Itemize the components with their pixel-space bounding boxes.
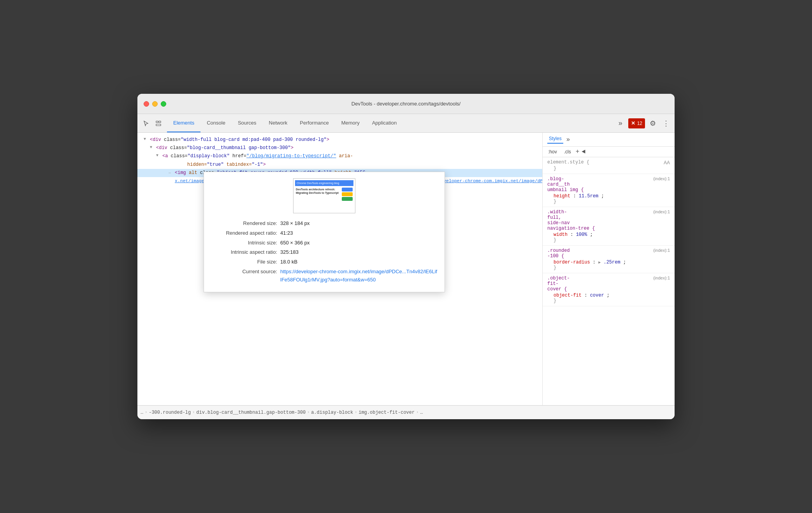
rendered-size-label: Rendered size: [210, 220, 280, 228]
svg-rect-1 [159, 121, 161, 123]
file-size-value: 18.0 kB [280, 258, 297, 266]
breadcrumb-ellipsis[interactable]: … [141, 410, 143, 415]
devtools-body: ▼ <div class="width-full blog-card md:pa… [137, 133, 675, 405]
html-panel[interactable]: ▼ <div class="width-full blog-card md:pa… [137, 133, 542, 405]
width-prop: width : 100% ; [547, 232, 670, 237]
file-size-row: File size: 18.0 kB [210, 258, 438, 266]
closing-brace-2: } [547, 199, 670, 204]
toggle-icon[interactable]: ◄ [582, 148, 585, 155]
breadcrumb-item-2[interactable]: div.blog-card__thumbnail.gap-bottom-300 [196, 410, 306, 415]
image-preview: Chrome DevTools engineering blog DevTool… [210, 178, 438, 213]
breadcrumb-ellipsis-end[interactable]: … [420, 410, 423, 415]
maximize-button[interactable] [161, 101, 166, 107]
intrinsic-aspect-row: Intrinsic aspect ratio: 325:183 [210, 248, 438, 256]
styles-more-icon[interactable]: » [566, 136, 570, 143]
rendered-size-value: 328 × 184 px [280, 220, 310, 228]
ellipsis-icon[interactable]: … [169, 169, 171, 176]
source-index-1[interactable]: (index):1 [653, 176, 670, 193]
rendered-size-row: Rendered size: 328 × 184 px [210, 220, 438, 228]
source-index-4[interactable]: (index):1 [653, 276, 670, 293]
minimize-button[interactable] [152, 101, 158, 107]
html-line: ▼ <div class="blog-card__thumbnail gap-b… [137, 144, 542, 152]
current-source-link[interactable]: https://developer-chrome-com.imgix.net/i… [280, 268, 438, 284]
settings-icon[interactable]: ⚙ [647, 118, 658, 129]
rendered-aspect-row: Rendered aspect ratio: 41:23 [210, 229, 438, 237]
html-line: ▼ <a class="display-block" href="/blog/m… [137, 152, 542, 160]
tab-left-icons [137, 114, 167, 132]
image-tooltip: Chrome DevTools engineering blog DevTool… [204, 172, 445, 292]
closing-brace-5: } [547, 298, 670, 304]
tab-memory[interactable]: Memory [335, 114, 366, 132]
current-source-label: Current source: [210, 268, 280, 276]
file-size-label: File size: [210, 258, 280, 266]
error-count: 12 [637, 121, 642, 126]
tab-styles[interactable]: Styles [547, 136, 563, 144]
image-preview-box: Chrome DevTools engineering blog DevTool… [293, 178, 355, 213]
hover-pseudo-button[interactable]: :hov [546, 148, 559, 155]
selector-blog-thumbnail: .blog- card__th umbnail img { [547, 176, 584, 193]
traffic-lights [144, 101, 166, 107]
source-index-3[interactable]: (index):1 [653, 248, 670, 260]
tab-list: Elements Console Sources Network Perform… [167, 114, 612, 132]
error-badge[interactable]: ✕ 12 [628, 118, 645, 128]
selector-rounded: .rounded -100 { [547, 248, 570, 259]
style-rule-width-full: .width- full, side-nav navigation-tree {… [543, 207, 675, 246]
tab-console[interactable]: Console [200, 114, 232, 132]
selector-width-full: .width- full, side-nav navigation-tree { [547, 209, 595, 231]
selector-element-style: element.style { [547, 160, 589, 165]
styles-toolbar: :hov .cls + ◄ [543, 147, 675, 157]
style-rule-object-fit: .object- fit- cover { (index):1 object-f… [543, 273, 675, 306]
closing-brace-3: } [547, 237, 670, 243]
expand-value-arrow[interactable]: ▶ [598, 260, 601, 265]
cls-button[interactable]: .cls [562, 148, 573, 155]
breadcrumb-bar: … › -300.rounded-lg › div.blog-card__thu… [137, 405, 675, 419]
devtools-tabs-bar: Elements Console Sources Network Perform… [137, 114, 675, 133]
tab-sources[interactable]: Sources [232, 114, 263, 132]
source-index-2[interactable]: (index):1 [653, 209, 670, 232]
aa-icon[interactable]: AA [664, 160, 670, 165]
cursor-icon[interactable] [141, 118, 151, 129]
tab-application[interactable]: Application [366, 114, 403, 132]
intrinsic-size-label: Intrinsic size: [210, 239, 280, 247]
preview-header: Chrome DevTools engineering blog [295, 180, 353, 186]
html-line: ▼ <div class="width-full blog-card md:pa… [137, 136, 542, 144]
image-preview-content: Chrome DevTools engineering blog DevTool… [294, 179, 355, 213]
more-tabs-button[interactable]: » [615, 118, 626, 129]
styles-header: Styles » [543, 133, 675, 147]
svg-rect-0 [156, 121, 158, 123]
intrinsic-aspect-value: 325:183 [280, 248, 299, 256]
color-block-green [342, 197, 353, 201]
image-info-table: Rendered size: 328 × 184 px Rendered asp… [210, 220, 438, 284]
rendered-aspect-label: Rendered aspect ratio: [210, 229, 280, 237]
style-rule-element: element.style { AA } [543, 157, 675, 174]
tab-elements[interactable]: Elements [167, 114, 200, 132]
expand-arrow[interactable]: ▼ [150, 144, 152, 151]
expand-arrow[interactable]: ▼ [156, 153, 158, 159]
breadcrumb-item-4[interactable]: img.object-fit-cover [359, 410, 415, 415]
breadcrumb-item-1[interactable]: -300.rounded-lg [149, 410, 191, 415]
color-block-blue [342, 188, 353, 191]
more-options-icon[interactable]: ⋮ [661, 118, 671, 129]
closing-brace-4: } [547, 265, 670, 271]
tab-performance[interactable]: Performance [294, 114, 335, 132]
breadcrumb-item-3[interactable]: a.display-block [311, 410, 353, 415]
color-block-yellow [342, 192, 353, 196]
add-style-rule-icon[interactable]: + [576, 148, 580, 155]
style-rule-blog-thumbnail: .blog- card__th umbnail img { (index):1 … [543, 174, 675, 207]
devtools-window: DevTools - developer.chrome.com/tags/dev… [137, 94, 675, 419]
inspect-element-icon[interactable] [153, 118, 164, 129]
html-line: hidden="true" tabindex="-1"> [137, 161, 542, 169]
intrinsic-size-value: 650 × 366 px [280, 239, 310, 247]
selector-object-fit: .object- fit- cover { [547, 276, 570, 292]
html-content: ▼ <div class="width-full blog-card md:pa… [137, 133, 542, 188]
title-bar: DevTools - developer.chrome.com/tags/dev… [137, 94, 675, 114]
border-radius-prop: border-radius : ▶ .25rem ; [547, 260, 670, 265]
svg-rect-2 [156, 124, 161, 126]
preview-color-blocks [342, 188, 353, 201]
tab-network[interactable]: Network [263, 114, 294, 132]
rendered-aspect-value: 41:23 [280, 229, 293, 237]
preview-body: DevTools architecture refresh: Migrating… [295, 187, 353, 211]
intrinsic-size-row: Intrinsic size: 650 × 366 px [210, 239, 438, 247]
close-button[interactable] [144, 101, 149, 107]
expand-arrow[interactable]: ▼ [144, 136, 146, 142]
